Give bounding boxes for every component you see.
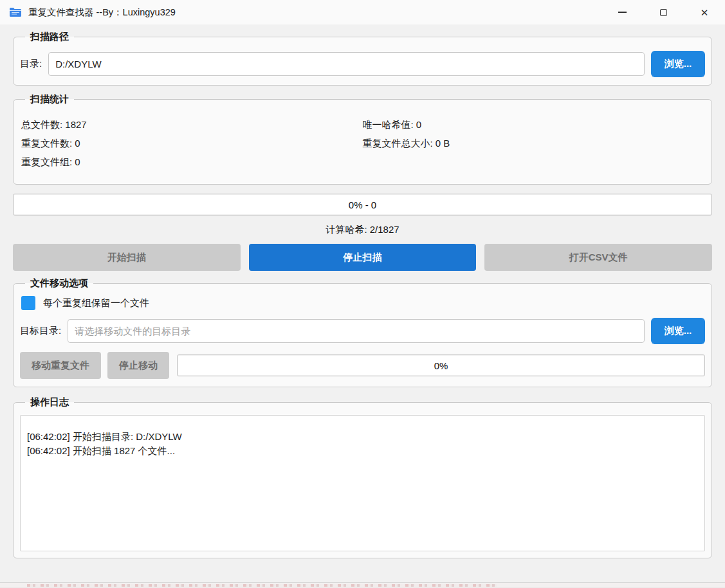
stats-right-column: 唯一哈希值: 0 重复文件总大小: 0 B xyxy=(363,113,704,175)
duplicate-groups-stat: 重复文件组: 0 xyxy=(21,156,363,169)
action-button-row: 开始扫描 停止扫描 打开CSV文件 xyxy=(13,244,712,271)
move-duplicates-button[interactable]: 移动重复文件 xyxy=(20,352,101,379)
scan-stats-group-title: 扫描统计 xyxy=(25,93,74,106)
minimize-button[interactable] xyxy=(601,0,643,24)
scan-path-group: 扫描路径 目录: 浏览... xyxy=(13,31,712,86)
duplicate-files-stat: 重复文件数: 0 xyxy=(21,138,363,150)
directory-label: 目录: xyxy=(20,58,42,70)
target-directory-label: 目标目录: xyxy=(20,325,61,337)
stop-move-button[interactable]: 停止移动 xyxy=(107,352,169,379)
close-button[interactable]: ✕ xyxy=(684,0,725,24)
keep-one-label: 每个重复组保留一个文件 xyxy=(43,297,149,309)
log-textarea[interactable]: [06:42:02] 开始扫描目录: D:/XDYLW [06:42:02] 开… xyxy=(20,415,705,551)
open-csv-button[interactable]: 打开CSV文件 xyxy=(484,244,712,271)
unique-hashes-stat: 唯一哈希值: 0 xyxy=(363,119,704,131)
stop-scan-button[interactable]: 停止扫描 xyxy=(249,244,477,271)
scan-progress-label: 0% - 0 xyxy=(349,199,376,210)
log-line: [06:42:02] 开始扫描 1827 个文件... xyxy=(27,444,698,458)
scan-progress-bar: 0% - 0 xyxy=(13,194,712,216)
log-line: [06:42:02] 开始扫描目录: D:/XDYLW xyxy=(27,430,698,444)
main-content: 扫描路径 目录: 浏览... 扫描统计 总文件数: 1827 重复文件数: 0 … xyxy=(0,24,725,582)
move-options-group: 文件移动选项 每个重复组保留一个文件 目标目录: 浏览... 移动重复文件 停止… xyxy=(13,277,712,387)
target-directory-input[interactable] xyxy=(68,319,645,343)
close-icon: ✕ xyxy=(701,8,709,17)
maximize-button[interactable] xyxy=(643,0,684,24)
window-title: 重复文件查找器 --By：Luxingyu329 xyxy=(28,6,176,19)
total-files-stat: 总文件数: 1827 xyxy=(21,119,363,131)
directory-input[interactable] xyxy=(48,52,645,76)
background-text-fragment xyxy=(27,584,497,587)
move-options-group-title: 文件移动选项 xyxy=(25,277,93,289)
scan-stats-group: 扫描统计 总文件数: 1827 重复文件数: 0 重复文件组: 0 唯一哈希值:… xyxy=(13,93,712,185)
browse-target-button[interactable]: 浏览... xyxy=(651,318,705,344)
background-window-sliver xyxy=(0,583,725,587)
log-group: 操作日志 [06:42:02] 开始扫描目录: D:/XDYLW [06:42:… xyxy=(13,396,712,558)
log-group-title: 操作日志 xyxy=(25,396,74,409)
app-window: 重复文件查找器 --By：Luxingyu329 ✕ 扫描路径 目录: 浏览..… xyxy=(0,0,725,583)
minimize-icon xyxy=(618,12,627,13)
scan-path-group-title: 扫描路径 xyxy=(25,31,74,43)
move-progress-label: 0% xyxy=(434,360,448,371)
titlebar: 重复文件查找器 --By：Luxingyu329 ✕ xyxy=(0,0,725,24)
hash-status-label: 计算哈希: 2/1827 xyxy=(13,224,712,236)
start-scan-button[interactable]: 开始扫描 xyxy=(13,244,241,271)
app-folder-icon xyxy=(9,7,22,17)
keep-one-checkbox[interactable] xyxy=(21,296,35,310)
browse-directory-button[interactable]: 浏览... xyxy=(651,51,705,77)
stats-left-column: 总文件数: 1827 重复文件数: 0 重复文件组: 0 xyxy=(21,113,363,175)
move-progress-bar: 0% xyxy=(177,354,705,376)
maximize-icon xyxy=(660,9,667,16)
duplicate-total-size-stat: 重复文件总大小: 0 B xyxy=(363,138,704,150)
